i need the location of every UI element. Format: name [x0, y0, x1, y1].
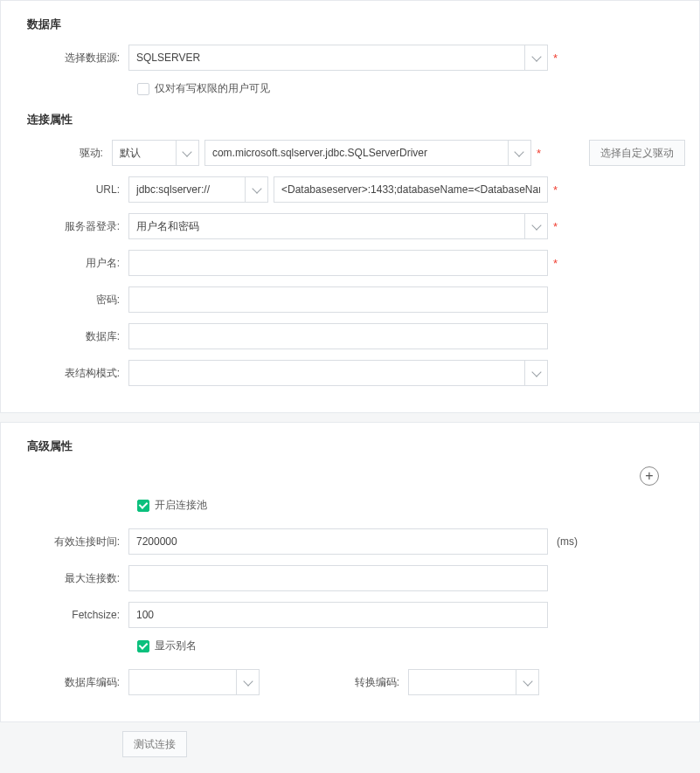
show-alias-label: 显示别名 — [155, 638, 197, 653]
password-input[interactable] — [128, 286, 548, 313]
advanced-section-title: 高级属性 — [27, 438, 685, 454]
chevron-down-icon — [516, 670, 538, 694]
url-prefix-select[interactable]: jdbc:sqlserver:// — [128, 176, 268, 203]
chevron-down-icon — [245, 177, 267, 202]
datasource-select-value: SQLSERVER — [136, 52, 524, 64]
chevron-down-icon — [524, 361, 547, 385]
server-login-value: 用户名和密码 — [136, 219, 524, 234]
required-star: * — [537, 147, 545, 160]
url-prefix-value: jdbc:sqlserver:// — [136, 183, 245, 196]
custom-driver-button[interactable]: 选择自定义驱动 — [589, 140, 685, 166]
db-encoding-select[interactable] — [128, 669, 260, 695]
chevron-down-icon — [524, 45, 547, 70]
required-star: * — [553, 220, 564, 233]
datasource-label: 选择数据源: — [15, 51, 128, 66]
db-encoding-label: 数据库编码: — [15, 675, 128, 690]
datasource-select[interactable]: SQLSERVER — [128, 45, 548, 71]
convert-encoding-select[interactable] — [408, 669, 539, 695]
chevron-down-icon — [508, 141, 530, 165]
enable-pool-label: 开启连接池 — [155, 498, 207, 513]
valid-conn-time-unit: (ms) — [557, 535, 578, 548]
max-conn-label: 最大连接数: — [15, 571, 128, 586]
fetchsize-label: Fetchsize: — [15, 609, 128, 621]
enable-pool-checkbox[interactable] — [137, 500, 149, 512]
required-star: * — [553, 52, 564, 65]
driver-class-select[interactable]: com.microsoft.sqlserver.jdbc.SQLServerDr… — [204, 140, 531, 166]
max-conn-input[interactable] — [128, 565, 548, 591]
chevron-down-icon — [176, 141, 198, 165]
write-perm-checkbox[interactable] — [137, 83, 149, 95]
valid-conn-time-input[interactable] — [128, 528, 548, 555]
convert-encoding-label: 转换编码: — [260, 675, 408, 690]
server-login-label: 服务器登录: — [15, 219, 128, 234]
schema-select[interactable] — [128, 360, 548, 386]
username-label: 用户名: — [15, 256, 128, 271]
driver-label: 驱动: — [15, 146, 112, 161]
chevron-down-icon — [236, 670, 259, 694]
add-icon[interactable] — [640, 466, 659, 486]
schema-label: 表结构模式: — [15, 366, 128, 381]
database-input[interactable] — [128, 323, 548, 349]
fetchsize-input[interactable] — [128, 602, 548, 628]
driver-mode-value: 默认 — [120, 146, 176, 161]
username-input[interactable] — [128, 250, 548, 276]
url-input[interactable] — [274, 176, 548, 203]
required-star: * — [553, 183, 564, 197]
driver-mode-select[interactable]: 默认 — [112, 140, 199, 166]
database-label: 数据库: — [15, 329, 128, 344]
driver-class-value: com.microsoft.sqlserver.jdbc.SQLServerDr… — [212, 147, 508, 159]
required-star: * — [553, 257, 564, 270]
write-perm-label: 仅对有写权限的用户可见 — [155, 81, 270, 96]
database-section-title: 数据库 — [27, 17, 685, 32]
password-label: 密码: — [15, 293, 128, 307]
connect-section-title: 连接属性 — [27, 112, 685, 128]
show-alias-checkbox[interactable] — [137, 640, 149, 652]
url-label: URL: — [15, 183, 128, 196]
chevron-down-icon — [524, 214, 547, 238]
server-login-select[interactable]: 用户名和密码 — [128, 213, 548, 239]
test-connection-button[interactable]: 测试连接 — [122, 731, 187, 757]
valid-conn-time-label: 有效连接时间: — [15, 535, 128, 549]
